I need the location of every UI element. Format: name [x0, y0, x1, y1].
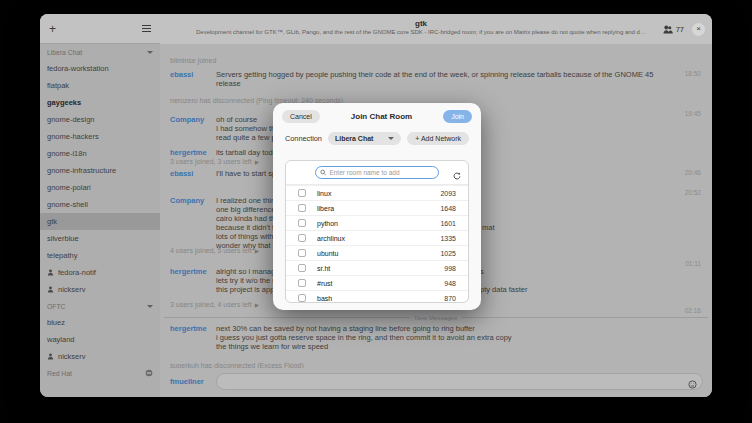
- room-label: gnome-infrastructure: [47, 166, 116, 175]
- sidebar-item-gtk[interactable]: gtk: [40, 213, 160, 230]
- room-user-count: 1601: [440, 220, 456, 227]
- desktop-background: + Libera Chat fedora-workstation flatpak…: [0, 0, 752, 423]
- room-row[interactable]: libera 1648: [286, 200, 468, 215]
- headerbar: gtk Development channel for GTK™, GLib, …: [160, 14, 712, 45]
- message-line: i guess you just gotta reserve space in …: [216, 333, 666, 342]
- room-row[interactable]: bash 870: [286, 290, 468, 303]
- person-icon: [47, 353, 54, 360]
- room-user-count: 2093: [440, 190, 456, 197]
- room-checkbox[interactable]: [298, 279, 306, 287]
- sidebar-item-gnome-polari[interactable]: gnome-polari: [40, 179, 160, 196]
- room-label: telepathy: [47, 251, 77, 260]
- sidebar-item-gaygeeks[interactable]: gaygeeks: [40, 94, 160, 111]
- expander-icon[interactable]: ▶: [255, 248, 259, 254]
- message-fragment: mat: [482, 223, 495, 232]
- room-label: bluez: [47, 318, 65, 327]
- sidebar-item-gnome-infrastructure[interactable]: gnome-infrastructure: [40, 162, 160, 179]
- hamburger-menu-icon[interactable]: [142, 25, 151, 33]
- room-checkbox[interactable]: [298, 219, 306, 227]
- sidebar-item-fedora-notif[interactable]: fedora-notif: [40, 264, 160, 281]
- room-checkbox[interactable]: [298, 234, 306, 242]
- room-search-input[interactable]: [329, 169, 434, 176]
- room-row[interactable]: sr.ht 998: [286, 260, 468, 275]
- member-list-button[interactable]: 77: [663, 25, 684, 34]
- cancel-button[interactable]: Cancel: [282, 110, 320, 123]
- message-author[interactable]: hergertme: [170, 148, 207, 157]
- refresh-button[interactable]: [453, 168, 461, 183]
- add-network-button[interactable]: + Add Network: [407, 132, 469, 145]
- emoji-button[interactable]: [688, 377, 697, 386]
- sidebar-item-nickserv[interactable]: nickserv: [40, 281, 160, 298]
- message-line: Servers getting hogged by people pushing…: [216, 70, 666, 88]
- room-row[interactable]: #rust 948: [286, 275, 468, 290]
- room-checkbox[interactable]: [298, 249, 306, 257]
- room-checkbox[interactable]: [298, 189, 306, 197]
- sidebar-header: +: [40, 14, 160, 44]
- connection-row: Connection Libera Chat + Add Network: [273, 123, 481, 145]
- timestamp: 02:16: [685, 307, 701, 314]
- room-row[interactable]: ubuntu 1025: [286, 245, 468, 260]
- room-search-entry[interactable]: [315, 166, 439, 179]
- close-button[interactable]: ×: [692, 23, 705, 36]
- sidebar-item-nickserv-2[interactable]: nickserv: [40, 348, 160, 365]
- search-icon: [320, 169, 326, 176]
- room-label: wayland: [47, 335, 75, 344]
- room-label: gaygeeks: [47, 98, 81, 107]
- room-label: flatpak: [47, 81, 69, 90]
- message-entry[interactable]: [216, 373, 703, 390]
- room-name: #rust: [317, 280, 444, 287]
- connection-dropdown[interactable]: Libera Chat: [328, 132, 401, 145]
- sidebar-item-wayland[interactable]: wayland: [40, 331, 160, 348]
- message-author[interactable]: ebassi: [170, 70, 193, 79]
- refresh-icon: [453, 172, 461, 180]
- message-author[interactable]: hergertme: [170, 324, 207, 333]
- join-chat-room-dialog: Cancel Join Chat Room Join Connection Li…: [273, 103, 481, 310]
- sidebar-item-gnome-shell[interactable]: gnome-shell: [40, 196, 160, 213]
- sidebar-section-red-hat[interactable]: Red Hat: [40, 365, 160, 381]
- sidebar-item-telepathy[interactable]: telepathy: [40, 247, 160, 264]
- room-row[interactable]: linux 2093: [286, 185, 468, 200]
- status-message: bliminse joined: [170, 57, 216, 64]
- sidebar-item-gnome-i18n[interactable]: gnome-i18n: [40, 145, 160, 162]
- room-name: python: [317, 220, 440, 227]
- offline-status-icon: [145, 369, 153, 377]
- sidebar-item-gnome-design[interactable]: gnome-design: [40, 111, 160, 128]
- room-list-panel: linux 2093 libera 1648 python 1601 archl…: [285, 160, 469, 303]
- message-author[interactable]: ebassi: [170, 169, 193, 178]
- room-row[interactable]: python 1601: [286, 215, 468, 230]
- sidebar-item-bluez[interactable]: bluez: [40, 314, 160, 331]
- chevron-down-icon: [388, 137, 394, 140]
- timestamp: 20:52: [685, 189, 701, 196]
- sidebar-section-oftc[interactable]: OFTC: [40, 298, 160, 314]
- expander-icon[interactable]: ▶: [255, 159, 259, 165]
- sidebar-item-flatpak[interactable]: flatpak: [40, 77, 160, 94]
- message-line: the things we learn for wire speed: [216, 342, 666, 351]
- room-row[interactable]: archlinux 1335: [286, 230, 468, 245]
- expander-icon[interactable]: ▶: [255, 302, 259, 308]
- room-checkbox[interactable]: [298, 294, 306, 302]
- sidebar-item-fedora-workstation[interactable]: fedora-workstation: [40, 60, 160, 77]
- room-user-count: 948: [444, 280, 456, 287]
- join-button[interactable]: Join: [443, 110, 472, 123]
- chat-message: ebassi Servers getting hogged by people …: [160, 70, 712, 88]
- room-user-count: 1025: [440, 250, 456, 257]
- dialog-header: Cancel Join Chat Room Join: [273, 103, 481, 123]
- room-label: gnome-shell: [47, 200, 88, 209]
- room-name: sr.ht: [317, 265, 444, 272]
- sidebar-item-silverblue[interactable]: silverblue: [40, 230, 160, 247]
- sidebar-section-libera-chat[interactable]: Libera Chat: [40, 44, 160, 60]
- room-checkbox[interactable]: [298, 204, 306, 212]
- room-name: archlinux: [317, 235, 440, 242]
- room-checkbox[interactable]: [298, 264, 306, 272]
- status-message: 3 users joined, 3 users left▶: [170, 158, 259, 165]
- section-label: OFTC: [47, 303, 66, 310]
- room-title: gtk: [196, 19, 646, 28]
- message-author[interactable]: Company: [170, 115, 204, 124]
- message-author[interactable]: hergertme: [170, 267, 207, 276]
- message-input[interactable]: [223, 375, 682, 388]
- status-message: 4 users joined, 5 users left▶: [170, 247, 259, 254]
- emoji-icon: [688, 380, 697, 389]
- add-room-button[interactable]: +: [49, 23, 56, 35]
- message-author[interactable]: Company: [170, 196, 204, 205]
- sidebar-item-gnome-hackers[interactable]: gnome-hackers: [40, 128, 160, 145]
